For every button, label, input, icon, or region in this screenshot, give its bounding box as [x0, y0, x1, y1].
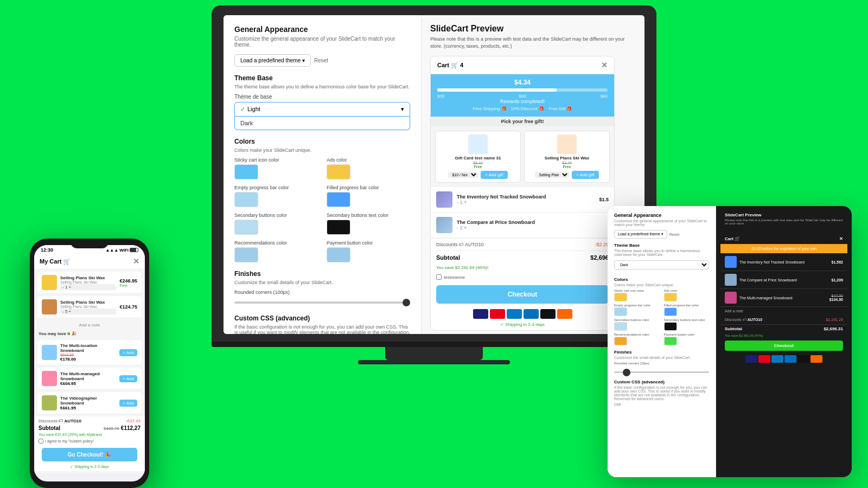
load-theme-button[interactable]: Load a predefined theme ▾	[234, 54, 311, 67]
small-swatch-sticky[interactable]	[614, 293, 627, 301]
mini-mc	[758, 355, 770, 363]
mini-item-price-1: $1,582	[832, 260, 843, 264]
theme-dropdown[interactable]: ✓Light ▾ Dark	[234, 102, 410, 130]
small-theme-base-title: Theme Base	[614, 243, 709, 248]
cart-preview-widget: Cart 🛒 4 ✕ $4.34 $30 $60 $80 Re	[430, 56, 615, 331]
gift-item-1: Gift Card test name 31 $6.10 Free $10 / …	[435, 131, 521, 183]
small-colors-desc: Colors make your SlideCart unique.	[614, 283, 709, 287]
phone-rec-img-3	[42, 395, 57, 410]
cart-close-button[interactable]: ✕	[601, 61, 608, 69]
phone-cart-header: My Cart 🛒 ✕	[34, 254, 145, 269]
phone-rec-info-2: The Multi-managed Snowboard €604.95	[60, 371, 116, 386]
cart-subtotal-row: Subtotal $2,696	[431, 251, 614, 264]
small-reset-btn[interactable]: Reset	[669, 233, 679, 236]
dropdown-selected[interactable]: ✓Light ▾	[234, 102, 410, 117]
small-swatch-rec[interactable]	[614, 337, 627, 345]
small-preview-panel: SlideCart Preview Please note that this …	[716, 206, 852, 477]
discount-value: -$2.29	[595, 242, 609, 247]
milestone-1: $30	[437, 94, 444, 99]
small-preview-title: SlideCart Preview	[720, 209, 847, 219]
add-gift-btn-1[interactable]: + Add gift	[481, 171, 508, 179]
small-custom-css: Custom CSS (advanced) If the basic confi…	[614, 380, 709, 406]
small-preview-header: SlideCart Preview Please note that this …	[716, 206, 852, 232]
gift-item-price-2: $3.75	[528, 161, 606, 165]
cart-item-name-2: The Compare at Price Snowboard	[457, 220, 604, 225]
screen-content: General Appearance Customize the general…	[224, 15, 644, 334]
mini-cart-close[interactable]: ✕	[839, 236, 843, 241]
gift-item-free-1: Free	[439, 165, 517, 169]
small-swatch-sec-text[interactable]	[664, 322, 677, 331]
paypal-icon	[524, 309, 539, 319]
mini-add-note[interactable]: Add a note	[720, 307, 847, 315]
preview-note: Please note that this is a preview with …	[430, 36, 636, 49]
gift-item-name-1: Gift Card test name 31	[439, 156, 517, 160]
cart-discounts: Discounts 🏷 AUTO10 -$2.29	[431, 238, 614, 251]
small-swatch-filled[interactable]	[664, 307, 677, 316]
phone-qty-2[interactable]: - 5 +	[60, 309, 116, 314]
mini-savings: You save $2,391,03 (47%)	[720, 333, 847, 338]
small-theme-dropdown[interactable]: Dark	[614, 260, 709, 269]
reset-button[interactable]: Reset	[314, 57, 328, 63]
color-swatch-secondary-text[interactable]	[327, 220, 350, 235]
option-dark[interactable]: Dark	[235, 117, 410, 130]
mini-item-img-1	[725, 256, 737, 268]
phone-checkout-button[interactable]: Go Checkout! 🎉	[42, 448, 137, 461]
cart-checkbox[interactable]	[436, 274, 442, 280]
laptop-screen: General Appearance Customize the general…	[212, 5, 656, 342]
small-swatch-payment[interactable]	[664, 337, 677, 345]
theme-base-header: Theme Base	[234, 74, 410, 82]
add-gift-btn-2[interactable]: + Add gift	[572, 171, 599, 179]
color-item-ads: Ads color	[327, 157, 410, 179]
color-swatch-secondary-btn[interactable]	[234, 220, 258, 235]
color-swatch-ads[interactable]	[327, 164, 350, 179]
small-load-theme-btn[interactable]: Load a predefined theme ▾	[614, 230, 667, 239]
color-swatch-payment[interactable]	[327, 247, 350, 262]
phone-close-icon[interactable]: ✕	[133, 257, 139, 266]
laptop-bezel	[212, 342, 656, 347]
settings-subtitle: Customize the general appearance of your…	[234, 36, 410, 48]
color-swatch-recommendations[interactable]	[234, 247, 258, 262]
payment-icons	[431, 307, 614, 322]
color-item-payment: Payment button color	[327, 240, 410, 262]
gift-select-2[interactable]: Selling Plan	[535, 172, 569, 178]
small-settings-panel: General Appearance Customize the general…	[608, 206, 716, 477]
phone-policy-row: I agree to my "custom policy"	[39, 439, 141, 444]
phone-qty-1[interactable]: - 1 +	[60, 284, 116, 290]
phone-policy-checkbox[interactable]	[39, 439, 43, 444]
laptop-container: General Appearance Customize the general…	[212, 5, 656, 364]
checkout-button[interactable]: Checkout	[436, 285, 609, 304]
mini-checkout-btn[interactable]: Checkout	[725, 341, 843, 351]
phone-add-rec-3[interactable]: + Add	[119, 400, 137, 407]
mini-item-3: The Multi-managed Snowboard $47.00 $104,…	[720, 289, 847, 307]
small-rounded-slider[interactable]	[614, 371, 709, 373]
phone-cart-body: Selling Plans Ski Wax Selling Plans Ski …	[34, 269, 145, 473]
cart-item-2: The Compare at Price Snowboard - 2 +	[431, 213, 614, 238]
phone-add-note[interactable]: Add a note	[34, 320, 145, 330]
rounded-corners-slider[interactable]	[234, 301, 410, 304]
phone-item-1: Selling Plans Ski Wax Selling Plans Ski …	[37, 272, 142, 294]
phone-add-rec-1[interactable]: + Add	[119, 349, 137, 356]
color-swatch-empty-progress[interactable]	[234, 192, 258, 207]
phone-notch	[71, 239, 108, 248]
color-label-secondary-btn: Secondary buttons color	[234, 213, 318, 218]
mini-cart-header: Cart 🛒 ✕	[720, 234, 847, 244]
color-label-filled-progress: Filled progress bar color	[327, 185, 410, 190]
small-swatch-empty[interactable]	[614, 307, 627, 316]
small-color-sticky: Sticky cart icon color	[614, 289, 660, 301]
signal-icons: ▲▲▲ WiFi	[105, 248, 138, 253]
phone-item-price-1: €246.95	[119, 278, 137, 284]
color-swatch-sticky[interactable]	[234, 164, 258, 179]
mini-item-original-3: $47.00	[832, 294, 843, 298]
small-swatch-sec-btn[interactable]	[614, 322, 627, 331]
phone-item-sub-2: Selling Plans Ski Wax	[60, 305, 116, 309]
phone-item-free-1: Free	[119, 284, 137, 287]
finishes-desc: Customize the small details of your Slid…	[234, 280, 410, 285]
phone-rec-name-3: The Videographer Snowboard	[60, 396, 116, 406]
small-swatch-ads[interactable]	[664, 293, 677, 301]
phone-add-rec-2[interactable]: + Add	[119, 375, 137, 382]
phone-rec-price-3: €661.95	[60, 406, 116, 410]
phone-shipping-note: ✓ Shipping in 2-3 days	[39, 465, 141, 469]
color-swatch-filled-progress[interactable]	[327, 192, 350, 207]
gift-items-container: Gift Card test name 31 $6.10 Free $10 / …	[431, 126, 614, 187]
gift-select-1[interactable]: $10 / Nor	[448, 172, 478, 178]
